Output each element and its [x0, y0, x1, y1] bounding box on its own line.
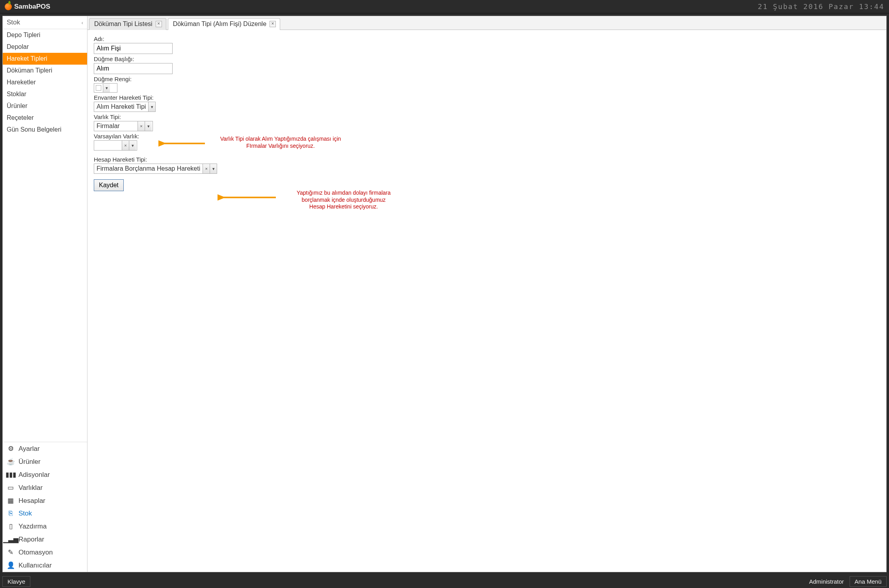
name-input[interactable] [94, 43, 173, 54]
sidebar-header[interactable]: Stok ‹ [3, 16, 87, 29]
module-label: Yazdırma [19, 523, 47, 530]
sidebar-item-depo-tipleri[interactable]: Depo Tipleri [3, 29, 87, 41]
clear-icon[interactable]: × [122, 141, 129, 150]
module-urunler[interactable]: ☕Ürünler [3, 455, 87, 468]
account-trans-type-label: Hesap Hareketi Tipi: [94, 156, 880, 163]
user-icon: 👤 [7, 561, 15, 569]
button-title-label: Düğme Başlığı: [94, 56, 880, 62]
clear-icon[interactable]: × [203, 164, 210, 173]
titlebar: SambaPOS 21 Şubat 2016 Pazar 13:44 [0, 0, 889, 13]
module-label: Raporlar [19, 536, 44, 543]
stock-icon: ⎘ [7, 510, 15, 517]
tab-label: Döküman Tipi (Alım Fişi) Düzenle [173, 20, 266, 28]
tab-dokuman-tipi-listesi[interactable]: Döküman Tipi Listesi × [89, 18, 166, 30]
sidebar-item-label: Ürünler [7, 102, 27, 109]
tab-label: Döküman Tipi Listesi [94, 20, 153, 28]
module-ayarlar[interactable]: ⚙Ayarlar [3, 442, 87, 455]
sidebar-item-stoklar[interactable]: Stoklar [3, 88, 87, 100]
sidebar: Stok ‹ Depo Tipleri Depolar Hareket Tipl… [3, 16, 87, 572]
save-button[interactable]: Kaydet [94, 179, 124, 191]
sidebar-item-label: Gün Sonu Belgeleri [7, 126, 61, 133]
module-kullanicilar[interactable]: 👤Kullanıcılar [3, 559, 87, 572]
module-adisyonlar[interactable]: ▮▮▮Adisyonlar [3, 468, 87, 481]
pen-icon: ✎ [7, 548, 15, 556]
sidebar-item-label: Hareketler [7, 79, 36, 86]
module-label: Hesaplar [19, 497, 45, 505]
inv-trans-type-select[interactable]: Alım Hareketi Tipi ▾ [94, 102, 156, 112]
workspace: Stok ‹ Depo Tipleri Depolar Hareket Tipl… [2, 16, 887, 572]
default-entity-label: Varsayılan Varlık: [94, 133, 880, 140]
tabstrip: Döküman Tipi Listesi × Döküman Tipi (Alı… [87, 16, 886, 30]
sidebar-sublist: Depo Tipleri Depolar Hareket Tipleri Dök… [3, 29, 87, 136]
sidebar-item-receteler[interactable]: Reçeteler [3, 112, 87, 124]
chevron-down-icon[interactable]: ▾ [210, 164, 217, 173]
close-icon[interactable]: × [156, 21, 162, 27]
entity-type-label: Varlık Tipi: [94, 114, 880, 120]
close-icon[interactable]: × [270, 21, 276, 27]
module-label: Adisyonlar [19, 471, 50, 479]
chevron-down-icon[interactable]: ▾ [148, 102, 155, 112]
module-label: Ayarlar [19, 445, 40, 453]
sidebar-item-hareketler[interactable]: Hareketler [3, 76, 87, 88]
button-title-input[interactable] [94, 63, 173, 74]
inv-trans-type-value: Alım Hareketi Tipi [94, 102, 148, 112]
keyboard-button[interactable]: Klavye [2, 576, 30, 587]
sidebar-item-label: Depolar [7, 43, 29, 50]
module-otomasyon[interactable]: ✎Otomasyon [3, 546, 87, 559]
account-trans-type-select[interactable]: Firmalara Borçlanma Hesap Hareketi × ▾ [94, 164, 217, 174]
user-label: Administrator [807, 578, 846, 585]
default-entity-select[interactable]: × ▾ [94, 140, 137, 151]
main-menu-button[interactable]: Ana Menü [850, 576, 887, 587]
button-color-select[interactable]: ▾ [94, 83, 117, 93]
account-trans-type-value: Firmalara Borçlanma Hesap Hareketi [94, 164, 203, 173]
color-swatch [96, 85, 101, 91]
peach-icon [5, 3, 12, 10]
app-logo: SambaPOS [5, 3, 50, 11]
module-label: Ürünler [19, 458, 41, 466]
module-stok[interactable]: ⎘Stok [3, 507, 87, 520]
sidebar-item-hareket-tipleri[interactable]: Hareket Tipleri [3, 53, 87, 65]
books-icon: ▮▮▮ [7, 471, 15, 479]
sidebar-item-dokuman-tipleri[interactable]: Döküman Tipleri [3, 65, 87, 76]
gear-icon: ⚙ [7, 445, 15, 453]
button-color-label: Düğme Rengi: [94, 76, 880, 82]
arrow-icon [218, 194, 277, 201]
app-title: SambaPOS [14, 3, 50, 11]
chevron-down-icon[interactable]: ▾ [145, 121, 152, 131]
entity-type-select[interactable]: Firmalar × ▾ [94, 121, 153, 131]
main-panel: Döküman Tipi Listesi × Döküman Tipi (Alı… [87, 16, 886, 572]
module-list: ⚙Ayarlar ☕Ürünler ▮▮▮Adisyonlar ▭Varlıkl… [3, 442, 87, 572]
sidebar-item-gun-sonu-belgeleri[interactable]: Gün Sonu Belgeleri [3, 124, 87, 136]
sidebar-item-label: Hareket Tipleri [7, 55, 47, 62]
sidebar-item-label: Depo Tipleri [7, 32, 40, 38]
sidebar-header-label: Stok [7, 19, 20, 26]
module-hesaplar[interactable]: ▦Hesaplar [3, 494, 87, 507]
grid-icon: ▦ [7, 497, 15, 505]
chevron-down-icon[interactable]: ▾ [129, 141, 136, 150]
module-yazdirma[interactable]: ▯Yazdırma [3, 520, 87, 533]
module-label: Otomasyon [19, 549, 53, 556]
module-raporlar[interactable]: ▁▃▅Raporlar [3, 533, 87, 546]
module-varliklar[interactable]: ▭Varlıklar [3, 481, 87, 494]
tab-dokuman-tipi-duzenle[interactable]: Döküman Tipi (Alım Fişi) Düzenle × [168, 18, 280, 30]
sidebar-item-label: Reçeteler [7, 114, 33, 121]
module-label: Varlıklar [19, 484, 43, 492]
bars-icon: ▁▃▅ [7, 535, 15, 543]
clear-icon[interactable]: × [138, 121, 145, 131]
inv-trans-type-label: Envanter Hareketi Tipi: [94, 94, 880, 101]
statusbar: Klavye Administrator Ana Menü [0, 575, 889, 588]
card-icon: ▭ [7, 484, 15, 492]
chevron-down-icon[interactable]: ▾ [103, 84, 110, 92]
datetime-label: 21 Şubat 2016 Pazar 13:44 [758, 2, 884, 11]
page-icon: ▯ [7, 522, 15, 530]
entity-type-value: Firmalar [94, 121, 138, 131]
annotation-account-trans-type: Yaptığımız bu alımdan dolayı firmalara b… [281, 190, 407, 210]
cup-icon: ☕ [7, 458, 15, 466]
sidebar-item-label: Döküman Tipleri [7, 67, 52, 74]
default-entity-value [94, 141, 122, 150]
sidebar-item-urunler[interactable]: Ürünler [3, 100, 87, 112]
sidebar-item-depolar[interactable]: Depolar [3, 41, 87, 53]
module-label: Kullanıcılar [19, 562, 52, 569]
sidebar-item-label: Stoklar [7, 91, 26, 97]
module-label: Stok [19, 510, 32, 517]
